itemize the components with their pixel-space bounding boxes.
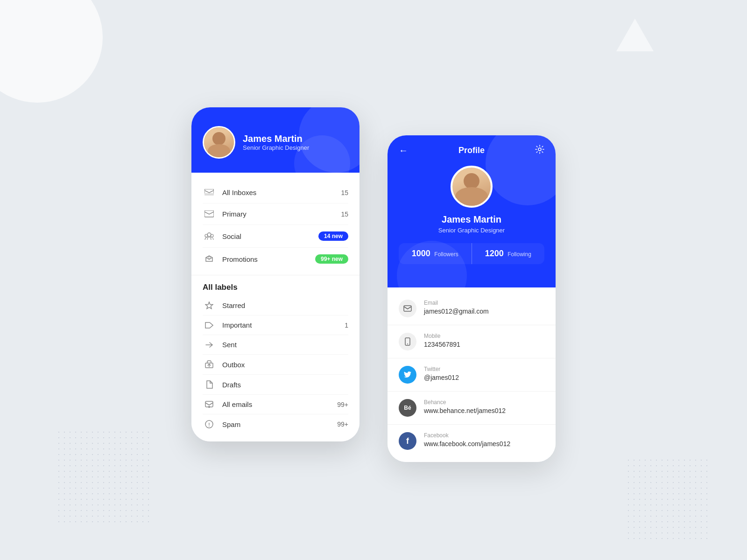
star-icon xyxy=(203,301,216,309)
avatar xyxy=(203,126,235,159)
promotions-icon xyxy=(203,255,216,263)
sent-label: Sent xyxy=(222,341,348,349)
mobile-icon xyxy=(399,333,416,350)
outbox-icon xyxy=(203,360,216,369)
sent-icon xyxy=(203,341,216,349)
bg-decoration-triangle xyxy=(616,19,654,51)
mobile-info: Mobile 1234567891 xyxy=(424,333,460,348)
primary-count: 15 xyxy=(341,210,348,218)
stats-row: 1000 Followers 1200 Following xyxy=(399,243,544,264)
mobile-contact: Mobile 1234567891 xyxy=(388,325,556,358)
primary-item[interactable]: Primary 15 xyxy=(203,203,348,225)
behance-icon: Bé xyxy=(399,399,416,417)
following-stat: 1200 Following xyxy=(472,243,545,264)
profile-phone-header: ← Profile James Martin Senior Graphic De… xyxy=(388,135,556,287)
following-count: 1200 xyxy=(485,249,504,258)
followers-count: 1000 xyxy=(412,249,430,258)
facebook-icon: f xyxy=(399,432,416,450)
email-contact: Email james012@gmail.com xyxy=(388,292,556,325)
email-phone: James Martin Senior Graphic Designer xyxy=(191,107,359,441)
all-emails-count: 99+ xyxy=(337,401,348,408)
drafts-label: Drafts xyxy=(222,381,348,389)
social-icon xyxy=(203,232,216,240)
followers-label: Followers xyxy=(434,251,458,258)
promotions-item[interactable]: Promotions 99+ new xyxy=(203,248,348,270)
all-emails-item[interactable]: All emails 99+ xyxy=(203,395,348,414)
email-info: Email james012@gmail.com xyxy=(424,300,489,315)
starred-label: Starred xyxy=(222,301,348,309)
twitter-value: @james012 xyxy=(424,374,459,381)
behance-value: www.behance.net/james012 xyxy=(424,407,506,414)
svg-rect-2 xyxy=(204,210,214,217)
outbox-label: Outbox xyxy=(222,361,348,369)
svg-point-12 xyxy=(538,148,541,151)
important-count: 1 xyxy=(345,322,348,329)
inbox-icon xyxy=(203,189,216,196)
behance-info: Behance www.behance.net/james012 xyxy=(424,399,506,414)
mobile-value: 1234567891 xyxy=(424,341,460,348)
primary-label: Primary xyxy=(222,210,341,218)
spam-count: 99+ xyxy=(337,420,348,428)
bg-decoration-circle xyxy=(0,0,103,103)
facebook-label: Facebook xyxy=(424,432,510,439)
profile-occupation: Senior Graphic Designer xyxy=(438,227,505,234)
labels-title: All labels xyxy=(203,283,348,292)
email-label: Email xyxy=(424,300,489,306)
mobile-label: Mobile xyxy=(424,333,460,339)
svg-point-6 xyxy=(208,257,211,259)
spam-item[interactable]: ! Spam 99+ xyxy=(203,414,348,434)
svg-point-15 xyxy=(407,343,408,344)
spam-icon: ! xyxy=(203,420,216,428)
important-icon xyxy=(203,322,216,329)
profile-full-name: James Martin xyxy=(442,214,501,225)
bg-decoration-dots-left xyxy=(56,429,149,523)
profile-card: James Martin Senior Graphic Designer 100… xyxy=(399,166,544,264)
email-value: james012@gmail.com xyxy=(424,308,489,315)
back-button[interactable]: ← xyxy=(399,145,408,156)
profile-name: James Martin xyxy=(243,133,309,144)
email-icon xyxy=(399,300,416,317)
svg-point-9 xyxy=(208,406,210,408)
important-item[interactable]: Important 1 xyxy=(203,315,348,335)
drafts-item[interactable]: Drafts xyxy=(203,375,348,395)
inbox-section: All Inboxes 15 Primary 15 xyxy=(191,173,359,275)
important-label: Important xyxy=(222,321,345,329)
all-inboxes-item[interactable]: All Inboxes 15 xyxy=(203,182,348,203)
facebook-contact: f Facebook www.facebook.com/james012 xyxy=(388,425,556,457)
svg-rect-1 xyxy=(204,193,214,196)
sent-item[interactable]: Sent xyxy=(203,335,348,355)
drafts-icon xyxy=(203,380,216,389)
svg-rect-13 xyxy=(404,306,411,311)
email-phone-body: All Inboxes 15 Primary 15 xyxy=(191,173,359,441)
bg-decoration-dots-right xyxy=(626,457,710,541)
settings-button[interactable] xyxy=(535,145,544,156)
email-profile-row: James Martin Senior Graphic Designer xyxy=(203,126,348,159)
labels-section: All labels Starred xyxy=(191,275,359,441)
behance-contact: Bé Behance www.behance.net/james012 xyxy=(388,392,556,425)
all-emails-label: All emails xyxy=(222,400,337,408)
twitter-contact: Twitter @james012 xyxy=(388,358,556,392)
outbox-item[interactable]: Outbox xyxy=(203,355,348,375)
facebook-info: Facebook www.facebook.com/james012 xyxy=(424,432,510,448)
phones-container: James Martin Senior Graphic Designer xyxy=(191,107,556,462)
social-item[interactable]: Social 14 new xyxy=(203,225,348,248)
profile-avatar xyxy=(451,166,493,208)
social-badge: 14 new xyxy=(318,231,348,241)
avatar-face xyxy=(204,127,234,157)
facebook-value: www.facebook.com/james012 xyxy=(424,440,510,448)
profile-nav-title: Profile xyxy=(458,146,485,155)
profile-role: Senior Graphic Designer xyxy=(243,144,309,151)
following-label: Following xyxy=(507,251,531,258)
primary-icon xyxy=(203,210,216,218)
all-emails-icon xyxy=(203,401,216,408)
twitter-label: Twitter xyxy=(424,366,459,372)
profile-info: James Martin Senior Graphic Designer xyxy=(243,133,309,151)
all-inboxes-count: 15 xyxy=(341,189,348,196)
social-label: Social xyxy=(222,232,318,240)
twitter-icon xyxy=(399,366,416,384)
twitter-info: Twitter @james012 xyxy=(424,366,459,381)
profile-nav: ← Profile xyxy=(399,145,544,156)
profile-phone: ← Profile James Martin Senior Graphic De… xyxy=(388,135,556,462)
promotions-badge: 99+ new xyxy=(315,254,348,264)
starred-item[interactable]: Starred xyxy=(203,296,348,315)
